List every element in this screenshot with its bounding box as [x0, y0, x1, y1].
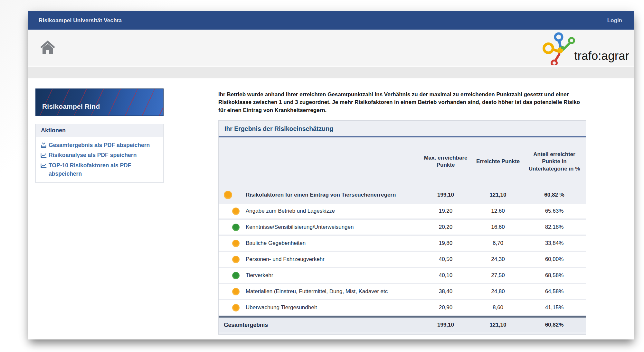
row-max-points: 199,10 — [418, 192, 473, 198]
table-header-row: Max. erreichbare Punkte Erreichte Punkte… — [219, 137, 586, 186]
row-label: Kenntnisse/Sensibilisierung/Unterweisung… — [246, 224, 418, 230]
row-share-percent: 60,82 % — [523, 192, 586, 198]
main-content: Ihr Betrieb wurde anhand Ihrer erreichte… — [218, 91, 586, 335]
trafo-agrar-logo[interactable]: trafo:agrar — [543, 32, 629, 66]
row-reached-points: 27,50 — [473, 272, 523, 279]
risk-indicator-dot — [232, 240, 240, 247]
row-reached-points: 6,70 — [473, 240, 523, 246]
risk-indicator-dot — [232, 208, 240, 215]
table-row: Überwachung Tiergesundheit 20,90 8,60 41… — [219, 300, 586, 316]
app-title-link[interactable]: Risikoampel Universität Vechta — [39, 17, 122, 24]
row-share-percent: 60,00% — [523, 256, 586, 263]
column-header-reached-points: Erreichte Punkte — [473, 158, 523, 165]
actions-panel: Aktionen Gesamtergebnis als PDF abspeich… — [35, 124, 164, 183]
footer-share-percent: 60,82% — [523, 322, 586, 328]
home-icon[interactable] — [40, 40, 55, 56]
table-row: Tierverkehr 40,10 27,50 68,58% — [219, 268, 586, 284]
action-label: Gesamtergebnis als PDF abspeichern — [49, 141, 150, 149]
column-header-max-points: Max. erreichbare Punkte — [418, 154, 473, 169]
table-footer-row: Gesamtergebnis 199,10 121,10 60,82% — [219, 316, 586, 332]
row-label: Überwachung Tiergesundheit — [246, 304, 418, 311]
action-save-top10-pdf[interactable]: TOP-10 Risikofaktoren als PDF abspeicher… — [40, 161, 159, 178]
header-band: trafo:agrar — [28, 30, 634, 67]
row-reached-points: 12,60 — [473, 208, 523, 214]
chart-icon — [40, 161, 49, 171]
risk-indicator-dot — [232, 224, 240, 231]
risk-indicator-dot — [224, 191, 232, 199]
row-label: Materialien (Einstreu, Futtermittel, Dun… — [246, 288, 418, 295]
sub-header-strip — [28, 67, 634, 79]
row-max-points: 40,10 — [418, 272, 473, 279]
row-label: Angabe zum Betrieb und Lageskizze — [246, 208, 418, 214]
footer-reached-points: 121,10 — [473, 322, 523, 328]
row-max-points: 40,50 — [418, 256, 473, 263]
table-row: Angabe zum Betrieb und Lageskizze 19,20 … — [219, 204, 586, 220]
login-link[interactable]: Login — [607, 17, 622, 24]
table-row-category: Risikofaktoren für einen Eintrag von Tie… — [219, 186, 586, 204]
table-row: Bauliche Gegebenheiten 19,80 6,70 33,84% — [219, 236, 586, 252]
row-share-percent: 65,63% — [523, 208, 586, 214]
action-save-risk-analysis-pdf[interactable]: Risikoanalyse als PDF speichern — [40, 151, 159, 161]
row-label: Bauliche Gegebenheiten — [246, 240, 418, 246]
chart-icon — [40, 151, 49, 161]
actions-list: Gesamtergebnis als PDF abspeichern Risik… — [36, 137, 163, 182]
action-label: TOP-10 Risikofaktoren als PDF abspeicher… — [49, 161, 159, 178]
module-banner: Risikoampel Rind — [35, 88, 164, 116]
module-banner-title: Risikoampel Rind — [42, 103, 100, 110]
trafo-agrar-logo-text: trafo:agrar — [574, 50, 629, 66]
row-share-percent: 41,15% — [523, 304, 586, 311]
row-label: Risikofaktoren für einen Eintrag von Tie… — [246, 192, 418, 198]
result-panel-title: Ihr Ergebnis der Risikoeinschätzung — [219, 121, 586, 137]
intro-paragraph: Ihr Betrieb wurde anhand Ihrer erreichte… — [218, 91, 586, 114]
row-max-points: 38,40 — [418, 288, 473, 295]
column-header-share-percent: Anteil erreichter Punkte in Unterkategor… — [523, 151, 586, 172]
table-row: Personen- und Fahrzeugverkehr 40,50 24,3… — [219, 252, 586, 268]
action-label: Risikoanalyse als PDF speichern — [49, 151, 137, 159]
risk-indicator-dot — [232, 304, 240, 311]
row-label: Personen- und Fahrzeugverkehr — [246, 256, 418, 263]
row-label: Tierverkehr — [246, 272, 418, 279]
row-max-points: 20,20 — [418, 224, 473, 230]
risk-indicator-dot — [232, 288, 240, 295]
table-row: Materialien (Einstreu, Futtermittel, Dun… — [219, 284, 586, 300]
risk-indicator-dot — [232, 256, 240, 263]
footer-label: Gesamtergebnis — [219, 322, 418, 329]
row-max-points: 19,20 — [418, 208, 473, 214]
row-reached-points: 24,80 — [473, 288, 523, 295]
footer-max-points: 199,10 — [418, 322, 473, 328]
trafo-agrar-logo-icon — [543, 32, 579, 65]
risk-indicator-dot — [232, 272, 240, 279]
top-navbar: Risikoampel Universität Vechta Login — [28, 11, 634, 30]
row-reached-points: 121,10 — [473, 192, 523, 198]
actions-panel-title: Aktionen — [36, 124, 163, 137]
page-card: Risikoampel Universität Vechta Login — [28, 11, 634, 339]
sidebar: Risikoampel Rind Aktionen Gesamtergebnis… — [35, 88, 164, 183]
result-panel: Ihr Ergebnis der Risikoeinschätzung Max.… — [218, 120, 586, 335]
row-reached-points: 8,60 — [473, 304, 523, 311]
action-save-overall-pdf[interactable]: Gesamtergebnis als PDF abspeichern — [40, 141, 159, 151]
row-max-points: 20,90 — [418, 304, 473, 311]
row-max-points: 19,80 — [418, 240, 473, 246]
row-reached-points: 24,30 — [473, 256, 523, 263]
row-share-percent: 68,58% — [523, 272, 586, 279]
table-row: Kenntnisse/Sensibilisierung/Unterweisung… — [219, 220, 586, 236]
save-pdf-icon — [40, 141, 49, 151]
row-share-percent: 82,18% — [523, 224, 586, 230]
row-share-percent: 64,58% — [523, 288, 586, 295]
row-reached-points: 16,60 — [473, 224, 523, 230]
row-share-percent: 33,84% — [523, 240, 586, 246]
